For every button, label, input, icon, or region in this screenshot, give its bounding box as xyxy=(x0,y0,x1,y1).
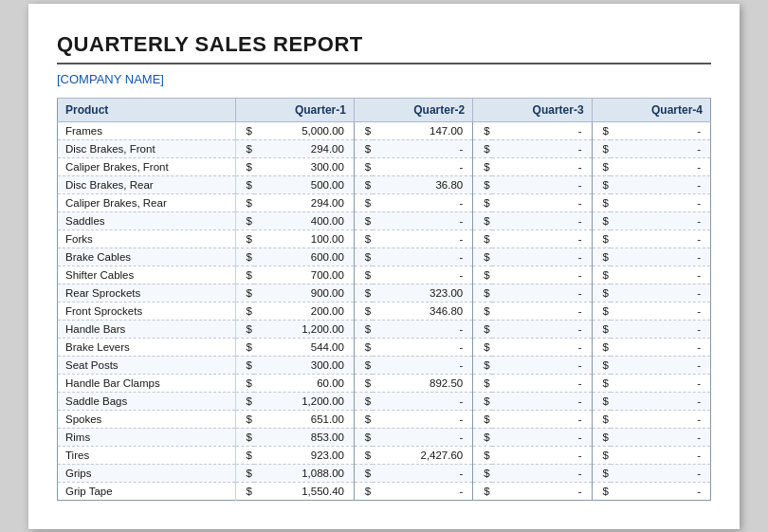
cell-q3-sign: $ xyxy=(473,392,492,410)
cell-product: Brake Cables xyxy=(58,248,236,266)
col-q4: Quarter-4 xyxy=(611,98,711,121)
cell-q1-amount: 294.00 xyxy=(254,139,355,157)
cell-q1-amount: 5,000.00 xyxy=(254,121,355,139)
cell-q1-amount: 400.00 xyxy=(254,211,355,229)
cell-q3-amount: - xyxy=(492,482,593,500)
cell-q1-amount: 700.00 xyxy=(254,266,355,284)
cell-q2-sign: $ xyxy=(354,175,373,193)
cell-q2-amount: - xyxy=(373,338,473,356)
cell-q3-amount: - xyxy=(492,139,593,157)
cell-q2-sign: $ xyxy=(354,464,373,482)
cell-q1-amount: 500.00 xyxy=(254,175,355,193)
cell-product: Grips xyxy=(58,464,236,482)
cell-q1-amount: 651.00 xyxy=(254,410,355,428)
cell-q4-sign: $ xyxy=(592,320,611,338)
cell-q1-amount: 923.00 xyxy=(254,446,355,464)
cell-q2-sign: $ xyxy=(354,229,373,248)
cell-q3-sign: $ xyxy=(473,211,492,229)
cell-q1-amount: 100.00 xyxy=(254,229,355,248)
cell-q1-sign: $ xyxy=(235,248,254,266)
table-row: Handle Bar Clamps$60.00$892.50$-$- xyxy=(58,374,711,392)
cell-q4-amount: - xyxy=(611,338,711,356)
cell-q2-amount: - xyxy=(373,139,473,157)
cell-q1-sign: $ xyxy=(235,302,254,320)
cell-q2-sign: $ xyxy=(354,266,373,284)
cell-q4-amount: - xyxy=(611,302,711,320)
cell-q2-amount: 892.50 xyxy=(373,374,473,392)
cell-q2-sign: $ xyxy=(354,482,373,500)
cell-q4-amount: - xyxy=(611,320,711,338)
cell-q4-sign: $ xyxy=(592,211,611,229)
cell-q1-sign: $ xyxy=(235,284,254,302)
cell-q2-amount: - xyxy=(373,428,473,446)
title-divider xyxy=(57,63,711,64)
cell-q4-sign: $ xyxy=(592,157,611,175)
cell-q3-sign: $ xyxy=(473,302,492,320)
cell-q2-amount: - xyxy=(373,482,473,500)
cell-q3-amount: - xyxy=(492,175,593,193)
col-q2-sign xyxy=(354,98,373,121)
cell-q4-amount: - xyxy=(611,410,711,428)
col-q3: Quarter-3 xyxy=(492,98,593,121)
cell-product: Caliper Brakes, Rear xyxy=(58,193,236,211)
cell-q3-sign: $ xyxy=(473,157,492,175)
cell-q3-sign: $ xyxy=(473,229,492,248)
cell-q2-amount: 2,427.60 xyxy=(373,446,473,464)
table-row: Spokes$651.00$-$-$- xyxy=(58,410,711,428)
cell-q4-sign: $ xyxy=(592,193,611,211)
cell-product: Front Sprockets xyxy=(58,302,236,320)
table-row: Rear Sprockets$900.00$323.00$-$- xyxy=(58,284,711,302)
cell-q1-sign: $ xyxy=(235,139,254,157)
cell-q3-sign: $ xyxy=(473,428,492,446)
cell-q4-sign: $ xyxy=(592,139,611,157)
cell-q1-amount: 900.00 xyxy=(254,284,355,302)
col-product: Product xyxy=(58,98,236,121)
cell-q4-sign: $ xyxy=(592,482,611,500)
cell-q1-amount: 1,550.40 xyxy=(254,482,355,500)
cell-q1-amount: 294.00 xyxy=(254,193,355,211)
table-row: Brake Cables$600.00$-$-$- xyxy=(58,248,711,266)
cell-q3-amount: - xyxy=(492,211,593,229)
cell-q2-sign: $ xyxy=(354,428,373,446)
cell-q2-sign: $ xyxy=(354,121,373,139)
cell-q2-amount: - xyxy=(373,211,473,229)
cell-q1-amount: 300.00 xyxy=(254,356,355,374)
cell-q2-amount: - xyxy=(373,356,473,374)
cell-q1-amount: 1,088.00 xyxy=(254,464,355,482)
cell-product: Disc Brakes, Rear xyxy=(58,175,236,193)
cell-product: Tires xyxy=(58,446,236,464)
cell-q3-sign: $ xyxy=(473,320,492,338)
cell-q4-sign: $ xyxy=(592,392,611,410)
cell-q2-sign: $ xyxy=(354,356,373,374)
cell-q2-amount: - xyxy=(373,320,473,338)
cell-q4-amount: - xyxy=(611,266,711,284)
cell-q2-sign: $ xyxy=(354,446,373,464)
cell-q2-sign: $ xyxy=(354,211,373,229)
cell-q3-amount: - xyxy=(492,428,593,446)
cell-q4-amount: - xyxy=(611,229,711,248)
cell-q2-amount: - xyxy=(373,392,473,410)
sales-table: Product Quarter-1 Quarter-2 Quarter-3 Qu… xyxy=(57,98,711,501)
cell-q3-sign: $ xyxy=(473,446,492,464)
cell-q3-amount: - xyxy=(492,266,593,284)
cell-q4-sign: $ xyxy=(592,302,611,320)
cell-q1-sign: $ xyxy=(235,410,254,428)
company-name: [COMPANY NAME] xyxy=(57,72,711,86)
table-row: Saddle Bags$1,200.00$-$-$- xyxy=(58,392,711,410)
cell-q3-amount: - xyxy=(492,284,593,302)
cell-q3-sign: $ xyxy=(473,193,492,211)
table-row: Tires$923.00$2,427.60$-$- xyxy=(58,446,711,464)
cell-q4-amount: - xyxy=(611,482,711,500)
col-q4-sign xyxy=(592,98,611,121)
cell-q4-amount: - xyxy=(611,356,711,374)
cell-product: Grip Tape xyxy=(58,482,236,500)
cell-product: Seat Posts xyxy=(58,356,236,374)
table-row: Disc Brakes, Rear$500.00$36.80$-$- xyxy=(58,175,711,193)
cell-q2-amount: - xyxy=(373,266,473,284)
cell-q4-sign: $ xyxy=(592,248,611,266)
cell-q1-sign: $ xyxy=(235,229,254,248)
cell-product: Handle Bars xyxy=(58,320,236,338)
cell-q3-sign: $ xyxy=(473,374,492,392)
cell-q3-sign: $ xyxy=(473,338,492,356)
cell-q2-amount: 36.80 xyxy=(373,175,473,193)
